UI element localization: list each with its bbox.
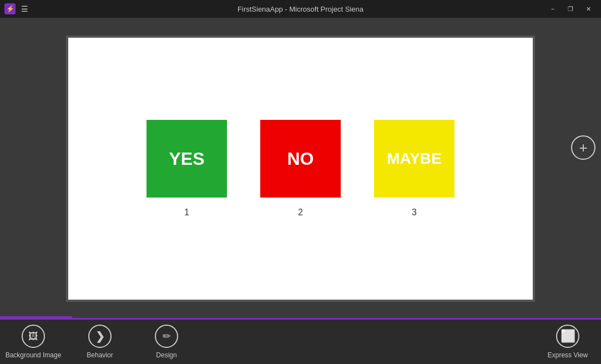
title-bar: ⚡ ☰ FirstSienaApp - Microsoft Project Si… [0,0,601,18]
close-button[interactable]: ✕ [580,3,597,15]
bottom-toolbar: 🖼 Background Image ❯ Behavior ✏ Design ⬜… [0,320,601,364]
maybe-button[interactable]: MAYBE [374,120,454,198]
toolbar-express-view[interactable]: ⬜ Express View [534,320,601,364]
maybe-column: MAYBE 3 [374,120,454,218]
behavior-icon: ❯ [88,325,112,348]
toolbar-design[interactable]: ✏ Design [133,320,200,364]
restore-button[interactable]: ❐ [562,3,579,15]
toolbar-behavior[interactable]: ❯ Behavior [67,320,133,364]
add-circle-button[interactable]: + [571,135,595,160]
title-bar-left: ⚡ ☰ [4,3,28,14]
design-label: Design [156,351,176,359]
slide-indicator [0,316,72,318]
window-title: FirstSienaApp - Microsoft Project Siena [238,5,363,13]
background-image-label: Background Image [6,351,62,359]
no-number: 2 [298,208,303,218]
express-view-icon: ⬜ [556,325,579,348]
express-view-label: Express View [548,351,588,359]
canvas-inner: YES 1 NO 2 MAYBE 3 [68,38,533,300]
design-icon: ✏ [155,325,178,348]
yes-column: YES 1 [147,120,227,218]
behavior-label: Behavior [87,351,113,359]
toolbar-background-image[interactable]: 🖼 Background Image [0,320,67,364]
no-column: NO 2 [260,120,341,218]
background-image-icon: 🖼 [22,325,45,348]
no-button[interactable]: NO [260,120,341,198]
buttons-row: YES 1 NO 2 MAYBE 3 [147,120,454,218]
canvas-area: YES 1 NO 2 MAYBE 3 [0,18,601,320]
toolbar-right: ⬜ Express View [534,320,601,364]
app-icon: ⚡ [4,3,16,14]
hamburger-icon[interactable]: ☰ [21,4,28,13]
yes-number: 1 [184,208,189,218]
maybe-number: 3 [412,208,417,218]
window-controls: − ❐ ✕ [544,3,597,15]
yes-button[interactable]: YES [147,120,227,198]
toolbar-left: 🖼 Background Image ❯ Behavior ✏ Design [0,320,200,364]
canvas-frame: YES 1 NO 2 MAYBE 3 [66,36,535,302]
minimize-button[interactable]: − [544,3,561,15]
